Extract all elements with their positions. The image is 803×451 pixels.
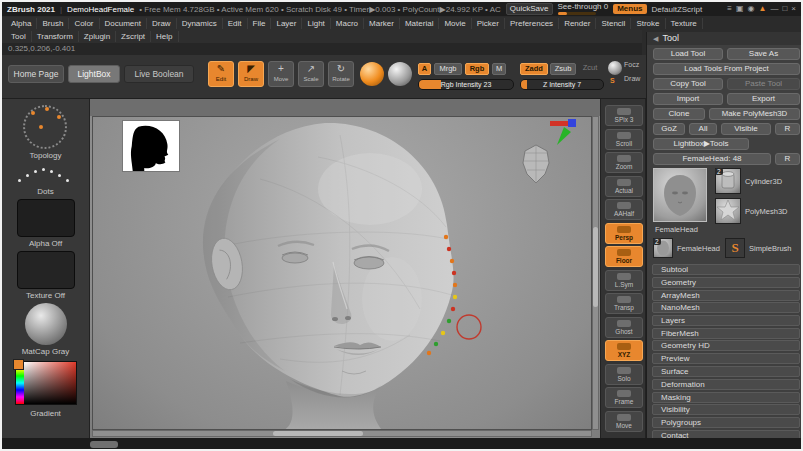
simplebrush-thumbnail[interactable]: S xyxy=(725,238,745,258)
anchor-a-button[interactable]: A xyxy=(418,63,431,75)
stroke-name-label[interactable]: Dots xyxy=(2,187,89,196)
copy-tool-button[interactable]: Copy Tool xyxy=(653,78,723,90)
close-icon[interactable]: × xyxy=(791,4,796,14)
bottom-scrollbar-thumb[interactable] xyxy=(90,441,118,448)
gradient-label[interactable]: Gradient xyxy=(2,409,89,418)
layers-section[interactable]: Layers xyxy=(652,315,800,326)
saturation-square[interactable] xyxy=(24,362,76,404)
polymesh3d-thumbnail[interactable] xyxy=(715,198,741,224)
menu-brush[interactable]: Brush xyxy=(37,18,69,29)
local-sym-button[interactable]: L.Sym xyxy=(605,270,643,291)
brush-name-label[interactable]: Topology xyxy=(2,151,89,160)
menu-color[interactable]: Color xyxy=(69,18,99,29)
preview-section[interactable]: Preview xyxy=(652,353,800,364)
draw-mode-button[interactable]: ◤ Draw xyxy=(238,61,264,87)
actual-size-button[interactable]: Actual xyxy=(605,176,643,197)
make-polymesh3d-button[interactable]: Make PolyMesh3D xyxy=(709,108,800,120)
alpha-thumbnail[interactable] xyxy=(122,120,180,172)
femalehead-small-thumbnail[interactable]: 2 xyxy=(653,238,673,258)
menu-movie[interactable]: Movie xyxy=(439,18,471,29)
alpha-off-label[interactable]: Alpha Off xyxy=(2,239,89,248)
color-picker[interactable] xyxy=(15,361,77,405)
color-swatch-icon[interactable]: ▲ xyxy=(759,4,767,14)
deformation-section[interactable]: Deformation xyxy=(652,379,800,390)
menu-draw[interactable]: Draw xyxy=(147,18,177,29)
stroke-picker-icon[interactable] xyxy=(608,61,622,75)
current-color-swatch[interactable] xyxy=(13,359,24,370)
persp-button[interactable]: Persp xyxy=(605,223,643,244)
brush-preview[interactable] xyxy=(23,105,67,149)
menu-dynamics[interactable]: Dynamics xyxy=(177,18,223,29)
import-button[interactable]: Import xyxy=(653,93,723,105)
material-preview[interactable] xyxy=(25,303,67,345)
matcap-label[interactable]: MatCap Gray xyxy=(2,347,89,356)
zsub-button[interactable]: Zsub xyxy=(550,63,576,75)
home-page-button[interactable]: Home Page xyxy=(8,65,64,83)
spix-button[interactable]: SPix 3 xyxy=(605,105,643,126)
focal-shift-label[interactable]: Focz xyxy=(624,61,639,68)
lightbox-tools-button[interactable]: Lightbox▶Tools xyxy=(653,138,749,150)
menu-light[interactable]: Light xyxy=(302,18,330,29)
geometry-hd-section[interactable]: Geometry HD xyxy=(652,340,800,351)
lightbox-button[interactable]: LightBox xyxy=(68,65,120,83)
vscroll-thumb[interactable] xyxy=(593,227,598,307)
active-tool-thumbnail[interactable] xyxy=(653,168,707,222)
minimize-icon[interactable]: — xyxy=(770,4,778,14)
menu-render[interactable]: Render xyxy=(559,18,596,29)
texture-slot[interactable] xyxy=(17,251,75,289)
canvas-vscrollbar[interactable] xyxy=(592,116,599,430)
visible-button[interactable]: Visible xyxy=(721,123,771,135)
save-as-button[interactable]: Save As xyxy=(727,48,800,60)
sculptris-pro-icon[interactable] xyxy=(360,62,384,86)
menu-material[interactable]: Material xyxy=(400,18,439,29)
goz-button[interactable]: GoZ xyxy=(653,123,685,135)
see-through-slider[interactable]: See-through 0 xyxy=(558,3,609,15)
menu-help[interactable]: Help xyxy=(151,31,178,42)
edit-mode-button[interactable]: ✎ Edit xyxy=(208,61,234,87)
load-tools-from-project-button[interactable]: Load Tools From Project xyxy=(653,63,800,75)
collapse-arrow-icon[interactable]: ◀ xyxy=(653,35,658,42)
current-tool-r-button[interactable]: R xyxy=(775,153,800,165)
canvas-hscrollbar[interactable] xyxy=(92,430,592,437)
goz-r-button[interactable]: R xyxy=(775,123,800,135)
subtool-section[interactable]: Subtool xyxy=(652,264,800,275)
ghost-button[interactable]: Ghost xyxy=(605,317,643,338)
menu-layer[interactable]: Layer xyxy=(271,18,302,29)
user-icon[interactable]: ◉ xyxy=(748,4,755,14)
transp-button[interactable]: Transp xyxy=(605,293,643,314)
move-doc-button[interactable]: Move xyxy=(605,411,643,432)
rotate-mode-button[interactable]: ↻ Rotate xyxy=(328,61,354,87)
menu-document[interactable]: Document xyxy=(100,18,147,29)
restore-icon[interactable]: □ xyxy=(782,4,787,14)
zoom-button[interactable]: Zoom xyxy=(605,152,643,173)
menu-marker[interactable]: Marker xyxy=(364,18,400,29)
surface-section[interactable]: Surface xyxy=(652,366,800,377)
live-boolean-button[interactable]: Live Boolean xyxy=(124,65,194,83)
scale-mode-button[interactable]: ↗ Scale xyxy=(298,61,324,87)
frame-button[interactable]: Frame xyxy=(605,387,643,408)
texture-off-label[interactable]: Texture Off xyxy=(2,291,89,300)
scroll-button[interactable]: Scroll xyxy=(605,129,643,150)
all-button[interactable]: All xyxy=(689,123,717,135)
layout-grid-icon[interactable]: ▣ xyxy=(736,4,744,14)
default-zscript-label[interactable]: DefaultZScript xyxy=(652,5,703,14)
menu-transform[interactable]: Transform xyxy=(32,31,79,42)
floor-button[interactable]: Floor xyxy=(605,246,643,267)
zadd-button[interactable]: Zadd xyxy=(520,63,548,75)
quicksave-button[interactable]: QuickSave xyxy=(506,3,553,15)
menu-alpha[interactable]: Alpha xyxy=(6,18,37,29)
menu-file[interactable]: File xyxy=(248,18,272,29)
solo-button[interactable]: Solo xyxy=(605,364,643,385)
current-tool-button[interactable]: FemaleHead: 48 xyxy=(653,153,771,165)
rgb-button[interactable]: Rgb xyxy=(465,63,489,75)
menu-preferences[interactable]: Preferences xyxy=(505,18,559,29)
see-through-track[interactable] xyxy=(558,12,596,15)
tool-panel-header[interactable]: ◀Tool xyxy=(647,32,803,45)
simplebrush-s-icon[interactable]: S xyxy=(610,77,615,84)
paste-tool-button[interactable]: Paste Tool xyxy=(727,78,800,90)
menu-tool[interactable]: Tool xyxy=(6,31,32,42)
arraymesh-section[interactable]: ArrayMesh xyxy=(652,290,800,301)
menu-macro[interactable]: Macro xyxy=(331,18,364,29)
menu-zplugin[interactable]: Zplugin xyxy=(79,31,116,42)
z-intensity-slider[interactable]: Z Intensity 7 xyxy=(520,79,604,90)
